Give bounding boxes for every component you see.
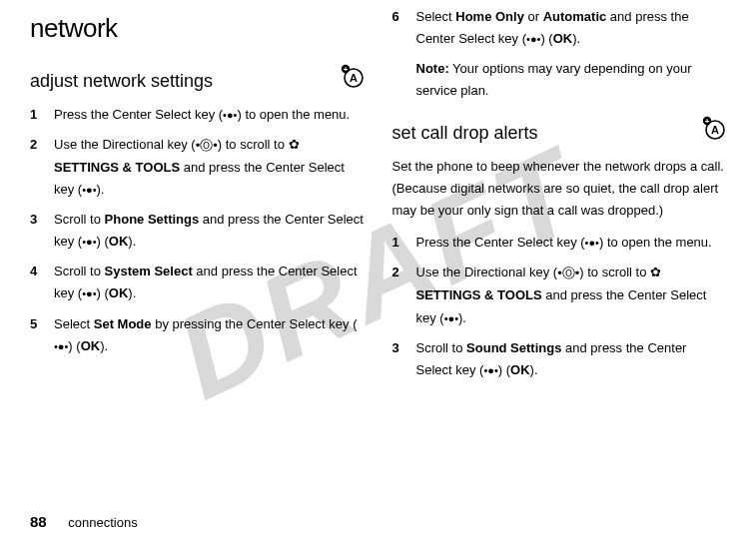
t: ). — [128, 285, 136, 300]
t: by pressing the Center Select key ( — [152, 316, 358, 331]
t: Scroll to — [416, 340, 467, 355]
antenna-plus-icon: A+ — [702, 116, 726, 150]
center-select-icon: •●• — [444, 309, 458, 328]
t: Press the Center Select key ( — [54, 107, 223, 122]
note-label: Note: — [416, 61, 449, 76]
step-5: 5 Select Set Mode by pressing the Center… — [30, 313, 365, 357]
svg-text:+: + — [705, 117, 710, 126]
step-r1: 1 Press the Center Select key (•●•) to o… — [392, 232, 727, 254]
step-text: Scroll to System Select and press the Ce… — [54, 261, 365, 304]
step-number: 5 — [30, 313, 44, 357]
step-number: 2 — [30, 134, 44, 201]
svg-text:+: + — [343, 65, 348, 74]
home-only-label: Home Only — [455, 9, 524, 24]
t: ) ( — [540, 31, 552, 46]
center-select-icon: •●• — [585, 234, 599, 253]
subheading-adjust-network: adjust network settings A+ — [30, 64, 365, 98]
page-footer: 88 connections — [30, 513, 138, 530]
step-text: Select Home Only or Automatic and press … — [416, 6, 727, 50]
sound-settings-label: Sound Settings — [466, 340, 561, 355]
left-column: network adjust network settings A+ 1 Pre… — [30, 6, 365, 389]
step-r2: 2 Use the Directional key (•Ⓞ•) to scrol… — [392, 262, 727, 328]
t: ) ( — [498, 362, 510, 377]
center-select-icon: •●• — [54, 337, 68, 356]
t: ). — [97, 182, 105, 197]
t: Press the Center Select key ( — [416, 235, 585, 250]
antenna-plus-icon: A+ — [341, 64, 365, 98]
t: ). — [572, 31, 580, 46]
center-select-icon: •●• — [223, 106, 237, 125]
t: Use the Directional key ( — [54, 137, 196, 152]
ok-label: OK — [109, 285, 129, 300]
step-text: Scroll to Sound Settings and press the C… — [416, 337, 727, 381]
t: Select — [54, 316, 94, 331]
center-select-icon: •●• — [483, 361, 497, 380]
step-text: Scroll to Phone Settings and press the C… — [54, 209, 365, 253]
step-r3: 3 Scroll to Sound Settings and press the… — [392, 337, 727, 381]
step-number: 3 — [30, 209, 44, 253]
system-select-label: System Select — [105, 264, 193, 278]
step-2: 2 Use the Directional key (•Ⓞ•) to scrol… — [30, 134, 365, 201]
t: ). — [100, 338, 108, 353]
svg-text:A: A — [350, 72, 358, 84]
wrench-icon: ✿ — [650, 262, 661, 283]
t: ) ( — [68, 338, 80, 353]
t: ). — [530, 362, 538, 377]
t: ) to open the menu. — [237, 107, 350, 122]
ok-label: OK — [510, 362, 530, 377]
step-3: 3 Scroll to Phone Settings and press the… — [30, 209, 365, 253]
center-select-icon: •●• — [82, 284, 96, 303]
step-6: 6 Select Home Only or Automatic and pres… — [392, 6, 727, 50]
center-select-icon: •●• — [82, 233, 96, 252]
wrench-icon: ✿ — [289, 134, 300, 156]
step-text: Use the Directional key (•Ⓞ•) to scroll … — [416, 262, 727, 328]
t: ) to open the menu. — [599, 235, 712, 250]
t: ). — [458, 310, 466, 325]
directional-key-icon: •Ⓞ• — [557, 263, 579, 284]
center-select-icon: •●• — [82, 181, 96, 200]
t: Scroll to — [54, 264, 105, 278]
t: Select — [416, 9, 456, 24]
ok-label: OK — [553, 31, 573, 46]
t: ) to scroll to — [579, 265, 650, 279]
step-number: 4 — [30, 261, 44, 304]
step-text: Press the Center Select key (•●•) to ope… — [54, 104, 365, 126]
step-4: 4 Scroll to System Select and press the … — [30, 261, 365, 304]
settings-tools-label: SETTINGS & TOOLS — [54, 160, 180, 175]
t: Use the Directional key ( — [416, 265, 558, 279]
t: Scroll to — [54, 212, 105, 227]
subheading-call-drop: set call drop alerts A+ — [392, 116, 727, 150]
subheading-text: adjust network settings — [30, 66, 213, 97]
step-number: 2 — [392, 262, 406, 328]
step-number: 3 — [392, 337, 406, 381]
automatic-label: Automatic — [543, 9, 607, 24]
note-text: Your options may vary depending on your … — [416, 61, 692, 98]
center-select-icon: •●• — [526, 30, 540, 49]
phone-settings-label: Phone Settings — [105, 212, 200, 227]
step-number: 1 — [392, 232, 406, 254]
step-number: 6 — [392, 6, 406, 50]
svg-text:A: A — [711, 124, 719, 136]
t: ). — [128, 234, 136, 249]
ok-label: OK — [81, 338, 101, 353]
step-text: Press the Center Select key (•●•) to ope… — [416, 232, 727, 254]
t: ) ( — [97, 234, 109, 249]
step-1: 1 Press the Center Select key (•●•) to o… — [30, 104, 365, 126]
set-mode-label: Set Mode — [94, 316, 152, 331]
step-text: Select Set Mode by pressing the Center S… — [54, 313, 365, 357]
t: ) ( — [97, 285, 109, 300]
subheading-text: set call drop alerts — [392, 118, 538, 149]
right-column: 6 Select Home Only or Automatic and pres… — [392, 6, 727, 389]
page-number: 88 — [30, 513, 47, 530]
directional-key-icon: •Ⓞ• — [196, 135, 218, 157]
section-heading-network: network — [30, 6, 365, 50]
t: ) to scroll to — [218, 137, 289, 152]
t: or — [524, 9, 543, 24]
ok-label: OK — [109, 234, 129, 249]
step-text: Use the Directional key (•Ⓞ•) to scroll … — [54, 134, 365, 201]
footer-section: connections — [68, 515, 137, 530]
note-paragraph: Note: Your options may vary depending on… — [416, 58, 727, 102]
page-content: network adjust network settings A+ 1 Pre… — [30, 0, 726, 389]
intro-text: Set the phone to beep whenever the netwo… — [392, 156, 727, 222]
step-number: 1 — [30, 104, 44, 126]
